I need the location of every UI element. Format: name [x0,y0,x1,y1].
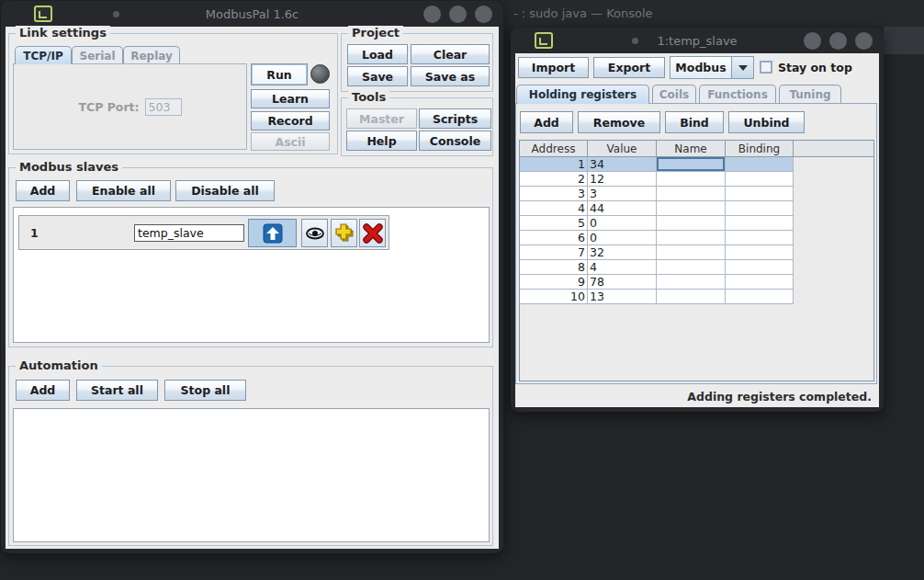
cell-address[interactable]: 6 [520,231,588,245]
combobox-arrow-button[interactable] [731,57,753,78]
register-remove-button[interactable]: Remove [578,111,660,133]
cell-value[interactable]: 13 [588,290,657,304]
tab-tuning[interactable]: Tuning [779,85,841,104]
table-row[interactable]: 60 [520,231,794,245]
cell-name[interactable] [657,231,726,245]
enable-all-button[interactable]: Enable all [76,180,171,201]
slave-dialog-titlebar[interactable]: 1:temp_slave [511,28,884,53]
close-button[interactable] [855,32,873,50]
slave-add-button[interactable]: Add [16,180,70,201]
slave-view-button[interactable] [301,219,328,247]
cell-name[interactable] [657,290,726,304]
slave-enable-toggle[interactable] [248,219,297,247]
close-button[interactable] [475,6,492,23]
disable-all-button[interactable]: Disable all [175,180,275,201]
export-button[interactable]: Export [593,57,665,78]
table-row[interactable]: 134 [520,157,794,172]
tab-tcpip[interactable]: TCP/IP [15,46,72,64]
console-button[interactable]: Console [419,131,491,151]
cell-name[interactable] [657,201,726,216]
cell-value[interactable]: 44 [588,201,657,216]
column-header-binding[interactable]: Binding [726,141,794,157]
register-bind-button[interactable]: Bind [665,111,724,133]
modbuspal-titlebar[interactable]: ModbusPal 1.6c [1,1,503,27]
tab-functions[interactable]: Functions [699,85,776,104]
table-row[interactable]: 732 [520,245,794,260]
help-button[interactable]: Help [346,131,417,151]
cell-value[interactable]: 78 [588,275,657,290]
cell-binding[interactable] [726,245,794,260]
column-header-address[interactable]: Address [520,141,588,157]
clear-button[interactable]: Clear [411,44,490,64]
cell-value[interactable]: 0 [588,216,657,231]
record-button[interactable]: Record [251,111,330,131]
minimize-button[interactable] [423,6,441,23]
table-row[interactable]: 33 [520,187,794,201]
start-all-button[interactable]: Start all [76,380,158,401]
maximize-button[interactable] [829,32,847,50]
cell-name[interactable] [657,187,726,201]
cell-binding[interactable] [726,201,794,216]
cell-address[interactable]: 8 [520,260,588,275]
registers-scrollpane[interactable]: AddressValueNameBinding 1342123344450607… [519,140,874,381]
cell-name[interactable] [657,216,726,231]
konsole-titlebar[interactable]: - : sudo java — Konsole [501,0,924,27]
maximize-button[interactable] [449,6,467,23]
cell-address[interactable]: 3 [520,187,588,201]
cell-binding[interactable] [726,216,794,231]
tcp-port-field[interactable]: 503 [145,98,182,116]
cell-address[interactable]: 5 [520,216,588,231]
cell-binding[interactable] [726,172,794,187]
slave-tuner-button[interactable] [331,219,357,247]
cell-value[interactable]: 0 [588,231,657,245]
cell-binding[interactable] [726,157,794,172]
cell-binding[interactable] [726,275,794,290]
tab-holding-registers[interactable]: Holding registers [516,85,649,104]
cell-name[interactable] [657,245,726,260]
load-button[interactable]: Load [347,44,408,64]
cell-value[interactable]: 34 [588,157,657,172]
cell-address[interactable]: 1 [520,157,588,172]
slave-row[interactable]: 1 temp_slave [18,215,389,250]
cell-address[interactable]: 10 [520,290,588,304]
register-add-button[interactable]: Add [520,111,573,133]
cell-name[interactable] [657,157,726,172]
cell-address[interactable]: 7 [520,245,588,260]
cell-address[interactable]: 9 [520,275,588,290]
cell-name[interactable] [657,275,726,290]
column-header-value[interactable]: Value [588,141,657,157]
cell-binding[interactable] [726,187,794,201]
table-row[interactable]: 50 [520,216,794,231]
tab-serial[interactable]: Serial [72,46,123,64]
cell-value[interactable]: 12 [588,172,657,187]
table-row[interactable]: 444 [520,201,794,216]
table-row[interactable]: 84 [520,260,794,275]
run-button[interactable]: Run [251,63,308,85]
table-row[interactable]: 1013 [520,290,794,304]
cell-value[interactable]: 4 [588,260,657,275]
cell-name[interactable] [657,172,726,187]
cell-address[interactable]: 2 [520,172,588,187]
minimize-button[interactable] [804,32,821,50]
scripts-button[interactable]: Scripts [419,108,491,129]
automation-add-button[interactable]: Add [16,380,70,401]
cell-binding[interactable] [726,231,794,245]
slave-name-field[interactable]: temp_slave [134,224,244,242]
stay-on-top-checkbox[interactable] [760,61,772,74]
cell-value[interactable]: 3 [588,187,657,201]
save-button[interactable]: Save [347,66,408,86]
ascii-button[interactable]: Ascii [251,132,330,151]
cell-value[interactable]: 32 [588,245,657,260]
cell-name[interactable] [657,260,726,275]
mode-combobox[interactable]: Modbus [670,56,754,79]
stop-all-button[interactable]: Stop all [164,380,246,401]
master-button[interactable]: Master [346,108,417,129]
cell-binding[interactable] [726,260,794,275]
save-as-button[interactable]: Save as [411,66,490,86]
learn-button[interactable]: Learn [251,89,330,108]
import-button[interactable]: Import [518,57,589,78]
tab-replay[interactable]: Replay [123,46,180,64]
slave-delete-button[interactable] [359,219,386,247]
tab-coils[interactable]: Coils [652,85,696,104]
table-row[interactable]: 978 [520,275,794,290]
